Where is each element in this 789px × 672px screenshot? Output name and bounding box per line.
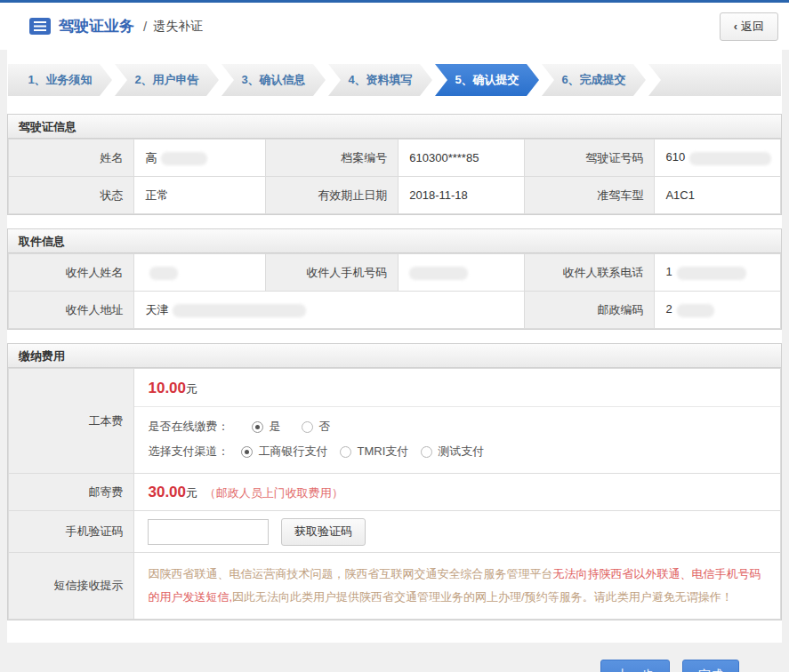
recipient-name-label: 收件人姓名 [9, 254, 134, 292]
production-fee-label: 工本费 [9, 369, 134, 474]
vehicle-type-label: 准驾车型 [524, 177, 655, 214]
channel-icbc-label: 工商银行支付 [258, 444, 327, 460]
page-header: 驾驶证业务 / 遗失补证 ‹返回 [0, 3, 789, 50]
production-fee-cell: 10.00元 是否在线缴费： 是 否 选择支付渠道： [134, 369, 781, 474]
sms-note-label: 短信接收提示 [9, 553, 134, 620]
table-row: 姓名 高 档案编号 610300****85 驾驶证号码 610 [9, 140, 781, 177]
expiry-value: 2018-11-18 [399, 177, 524, 214]
table-row: 收件人姓名 收件人手机号码 收件人联系电话 1 [9, 254, 781, 292]
mail-fee-cell: 30.00元 （邮政人员上门收取费用） [134, 474, 781, 511]
online-pay-question: 是否在线缴费： [148, 419, 229, 435]
redacted-value [161, 152, 207, 165]
name-label: 姓名 [9, 140, 134, 177]
address-label: 收件人地址 [9, 292, 134, 329]
sms-note-row: 短信接收提示 因陕西省联通、电信运营商技术问题，陕西省互联网交通安全综合服务管理… [9, 553, 781, 620]
captcha-row: 手机验证码 获取验证码 [9, 511, 781, 553]
footer-actions: 上一步 完成 [0, 643, 789, 672]
payment-options: 是否在线缴费： 是 否 选择支付渠道： 工商银行支付 TMRI支付 [134, 407, 780, 473]
get-captcha-button[interactable]: 获取验证码 [281, 518, 366, 546]
radio-channel-tmri[interactable] [340, 446, 351, 458]
status-value: 正常 [134, 177, 266, 214]
recipient-mobile-label: 收件人手机号码 [266, 254, 399, 292]
mail-fee-amount: 30.00 [148, 484, 186, 500]
file-no-value: 610300****85 [399, 140, 524, 177]
redacted-value [689, 152, 771, 165]
address-value: 天津 [134, 292, 524, 329]
breadcrumb-separator: / [143, 19, 147, 34]
back-button[interactable]: ‹返回 [720, 12, 778, 41]
section-payment: 缴纳费用 工本费 10.00元 是否在线缴费： 是 否 [7, 343, 782, 620]
recipient-mobile-value [399, 254, 524, 292]
section-pickup-info: 取件信息 收件人姓名 收件人手机号码 收件人联系电话 1 收件人地址 天津 邮政… [7, 228, 782, 330]
captcha-input[interactable] [148, 519, 269, 545]
expiry-label: 有效期止日期 [266, 177, 399, 214]
redacted-value [677, 304, 714, 317]
wizard-step-6: 6、完成提交 [542, 64, 646, 96]
sms-note-text: 因陕西省联通、电信运营商技术问题，陕西省互联网交通安全综合服务管理平台无法向持陕… [134, 553, 781, 620]
section-license-info: 驾驶证信息 姓名 高 档案编号 610300****85 驾驶证号码 610 状… [7, 114, 782, 215]
channel-test-label: 测试支付 [438, 444, 484, 460]
online-pay-no-label: 否 [318, 419, 330, 435]
wizard-step-1: 1、业务须知 [8, 64, 112, 96]
step-wizard: 1、业务须知 2、用户申告 3、确认信息 4、资料填写 5、确认提交 6、完成提… [8, 64, 781, 96]
radio-online-pay-yes[interactable] [252, 421, 263, 433]
status-label: 状态 [9, 177, 134, 214]
recipient-phone-label: 收件人联系电话 [524, 254, 655, 292]
sms-text-part1: 因陕西省联通、电信运营商技术问题，陕西省互联网交通安全综合服务管理平台 [148, 567, 552, 580]
channel-question: 选择支付渠道： [148, 444, 229, 460]
breadcrumb-current: 遗失补证 [153, 19, 203, 35]
redacted-value [149, 267, 178, 280]
production-fee-amount: 10.00元 [134, 369, 780, 407]
section-title-payment: 缴纳费用 [8, 344, 781, 368]
page-title: 驾驶证业务 [59, 16, 134, 36]
wizard-step-4: 4、资料填写 [328, 64, 432, 96]
vehicle-type-value: A1C1 [655, 177, 781, 214]
previous-step-button[interactable]: 上一步 [600, 660, 670, 672]
redacted-value [409, 267, 468, 280]
license-no-label: 驾驶证号码 [524, 140, 655, 177]
redacted-value [677, 267, 746, 280]
mail-fee-label: 邮寄费 [9, 474, 134, 511]
radio-channel-icbc[interactable] [241, 446, 253, 458]
pickup-info-table: 收件人姓名 收件人手机号码 收件人联系电话 1 收件人地址 天津 邮政编码 2 [8, 253, 781, 329]
finish-button[interactable]: 完成 [682, 660, 739, 672]
list-icon [29, 18, 51, 35]
postcode-value: 2 [655, 292, 781, 329]
pay-channel-row: 选择支付渠道： 工商银行支付 TMRI支付 测试支付 [148, 439, 767, 464]
redacted-value [173, 304, 306, 317]
online-pay-row: 是否在线缴费： 是 否 [148, 414, 767, 439]
mail-fee-note: （邮政人员上门收取费用） [205, 486, 343, 500]
production-fee-row: 工本费 10.00元 是否在线缴费： 是 否 [9, 369, 781, 474]
table-row: 收件人地址 天津 邮政编码 2 [9, 292, 781, 329]
postcode-label: 邮政编码 [524, 292, 655, 329]
section-title-license: 驾驶证信息 [8, 115, 781, 139]
license-no-value: 610 [655, 140, 781, 177]
mail-fee-row: 邮寄费 30.00元 （邮政人员上门收取费用） [9, 474, 781, 511]
wizard-filler [648, 64, 781, 96]
wizard-step-2: 2、用户申告 [115, 64, 219, 96]
captcha-label: 手机验证码 [9, 511, 134, 553]
recipient-phone-value: 1 [655, 254, 781, 292]
radio-channel-test[interactable] [421, 446, 432, 458]
file-no-label: 档案编号 [266, 140, 399, 177]
back-button-label: 返回 [741, 20, 764, 33]
payment-table: 工本费 10.00元 是否在线缴费： 是 否 [8, 368, 781, 620]
wizard-step-5-active: 5、确认提交 [435, 64, 539, 96]
channel-tmri-label: TMRI支付 [357, 444, 408, 460]
wizard-step-3: 3、确认信息 [221, 64, 326, 96]
chevron-left-icon: ‹ [734, 20, 737, 33]
name-value: 高 [134, 140, 266, 177]
sms-text-part3: 因此无法向此类用户提供陕西省交通管理业务的网上办理/预约等服务。请此类用户避免无… [232, 590, 733, 604]
radio-online-pay-no[interactable] [302, 421, 313, 433]
license-info-table: 姓名 高 档案编号 610300****85 驾驶证号码 610 状态 正常 有… [8, 139, 781, 214]
content-card: 1、业务须知 2、用户申告 3、确认信息 4、资料填写 5、确认提交 6、完成提… [7, 50, 782, 643]
table-row: 状态 正常 有效期止日期 2018-11-18 准驾车型 A1C1 [9, 177, 781, 214]
section-title-pickup: 取件信息 [8, 229, 781, 253]
online-pay-yes-label: 是 [269, 419, 280, 435]
captcha-cell: 获取验证码 [134, 511, 781, 553]
recipient-name-value [134, 254, 266, 292]
